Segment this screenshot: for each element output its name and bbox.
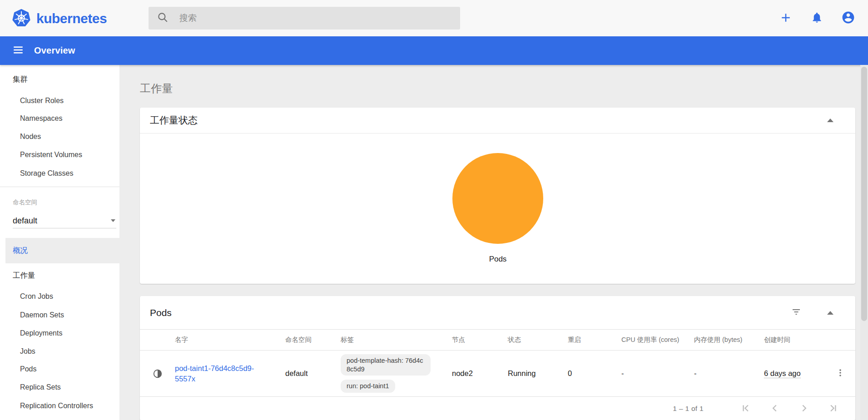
search-input[interactable] — [179, 13, 452, 23]
next-page-icon — [798, 402, 810, 415]
pod-status-icon — [140, 369, 175, 379]
vertical-scrollbar[interactable] — [860, 65, 868, 420]
prev-page-icon — [769, 402, 781, 415]
notifications-button[interactable] — [810, 10, 824, 26]
kebab-icon — [835, 368, 845, 379]
bell-icon — [811, 11, 823, 25]
sidebar-item-replica-sets[interactable]: Replica Sets — [20, 381, 61, 393]
first-page-icon — [740, 402, 752, 415]
first-page-button[interactable] — [740, 402, 752, 415]
pods-table-header: 名字 命名空间 标签 节点 状态 重启 CPU 使用率 (cores) 内存使用… — [140, 330, 855, 351]
col-created[interactable]: 创建时间 — [764, 336, 831, 344]
cell-labels: pod-template-hash: 76d4c8c5d9 run: pod-t… — [341, 354, 452, 393]
previous-page-button[interactable] — [769, 402, 781, 415]
workload-status-card-header: 工作量状态 — [140, 108, 855, 133]
cell-memory: - — [694, 369, 764, 378]
label-chip: run: pod-taint1 — [341, 380, 395, 393]
search-bar[interactable] — [149, 7, 460, 30]
next-page-button[interactable] — [798, 402, 810, 415]
sidebar-item-deployments[interactable]: Deployments — [20, 327, 62, 339]
cell-restarts: 0 — [568, 369, 621, 378]
sidebar-item-replication-controllers[interactable]: Replication Controllers — [20, 400, 93, 412]
dropdown-icon[interactable] — [111, 219, 115, 222]
col-node[interactable]: 节点 — [452, 336, 508, 344]
account-button[interactable] — [840, 10, 856, 27]
workload-status-card-title: 工作量状态 — [150, 114, 198, 127]
sidebar-item-overview-label: 概况 — [13, 246, 28, 256]
sidebar-item-persistent-volumes[interactable]: Persistent Volumes — [20, 149, 82, 161]
cell-cpu: - — [621, 369, 694, 378]
account-icon — [841, 10, 855, 26]
cell-actions — [831, 368, 855, 379]
app-bar: Overview — [0, 36, 868, 65]
top-header: kubernetes — [0, 0, 868, 36]
sidebar: 集群 Cluster Roles Namespaces Nodes Persis… — [0, 65, 119, 420]
namespace-select[interactable]: default — [13, 215, 108, 227]
table-row: pod-taint1-76d4c8c5d9-5557x default pod-… — [140, 351, 855, 397]
header-actions — [778, 0, 856, 36]
pod-link[interactable]: pod-taint1-76d4c8c5d9-5557x — [175, 363, 268, 384]
pods-card-header: Pods — [140, 296, 855, 330]
menu-icon — [12, 44, 24, 57]
sidebar-item-storage-classes[interactable]: Storage Classes — [20, 168, 73, 179]
pagination-range: 1 – 1 of 1 — [673, 405, 704, 413]
last-page-icon — [827, 402, 839, 415]
last-page-button[interactable] — [827, 402, 839, 415]
namespace-label: 命名空间 — [13, 197, 37, 208]
col-status[interactable]: 状态 — [508, 336, 568, 344]
plus-icon — [779, 11, 793, 26]
kubernetes-logo-icon — [12, 8, 31, 29]
pods-pie — [452, 153, 543, 244]
sidebar-item-jobs[interactable]: Jobs — [20, 346, 35, 357]
collapse-icon[interactable] — [827, 311, 833, 315]
created-tooltip-text: 6 days ago — [764, 369, 801, 378]
col-namespace[interactable]: 命名空间 — [285, 336, 341, 344]
cell-status: Running — [508, 369, 568, 378]
sidebar-item-overview[interactable]: 概况 — [5, 238, 119, 263]
brand[interactable]: kubernetes — [12, 8, 107, 29]
search-icon — [157, 11, 169, 25]
sidebar-divider — [0, 187, 119, 187]
col-name[interactable]: 名字 — [175, 336, 285, 344]
pods-card: Pods 名字 命名空间 标签 节点 状态 重启 CPU 使用率 (cores)… — [140, 296, 855, 420]
namespace-select-underline — [13, 228, 116, 228]
sidebar-item-cluster-roles[interactable]: Cluster Roles — [20, 95, 64, 107]
cell-name: pod-taint1-76d4c8c5d9-5557x — [175, 363, 285, 384]
label-chip: pod-template-hash: 76d4c8c5d9 — [341, 354, 431, 376]
filter-button[interactable] — [791, 306, 802, 319]
row-actions-button[interactable] — [835, 368, 845, 379]
page-header-title: Overview — [34, 45, 75, 56]
cell-namespace: default — [285, 369, 341, 378]
scrollbar-thumb[interactable] — [861, 67, 867, 321]
pods-pie-chart: Pods — [140, 133, 855, 283]
collapse-icon[interactable] — [827, 119, 833, 122]
menu-button[interactable] — [12, 44, 24, 57]
sidebar-item-namespaces[interactable]: Namespaces — [20, 113, 62, 124]
sidebar-item-pods[interactable]: Pods — [20, 363, 36, 375]
col-labels[interactable]: 标签 — [341, 336, 452, 344]
sidebar-section-cluster: 集群 — [13, 73, 28, 85]
filter-icon — [791, 306, 802, 319]
create-button[interactable] — [778, 10, 794, 27]
col-cpu[interactable]: CPU 使用率 (cores) — [621, 336, 694, 344]
workload-status-card: 工作量状态 Pods — [140, 108, 855, 284]
sidebar-section-workloads: 工作量 — [13, 269, 35, 281]
sidebar-item-daemon-sets[interactable]: Daemon Sets — [20, 309, 64, 321]
pods-card-title: Pods — [150, 307, 172, 318]
cell-created: 6 days ago — [764, 369, 831, 378]
cell-node: node2 — [452, 369, 508, 378]
pods-pie-label: Pods — [452, 255, 543, 264]
col-restarts[interactable]: 重启 — [568, 336, 621, 344]
sidebar-item-cron-jobs[interactable]: Cron Jobs — [20, 291, 53, 302]
sidebar-item-nodes[interactable]: Nodes — [20, 131, 41, 143]
main-content: 工作量 工作量状态 Pods Pods 名字 — [119, 65, 868, 420]
page-title: 工作量 — [140, 81, 855, 96]
col-memory[interactable]: 内存使用 (bytes) — [694, 336, 764, 344]
brand-wordmark: kubernetes — [36, 11, 107, 26]
pagination: 1 – 1 of 1 — [140, 397, 855, 420]
